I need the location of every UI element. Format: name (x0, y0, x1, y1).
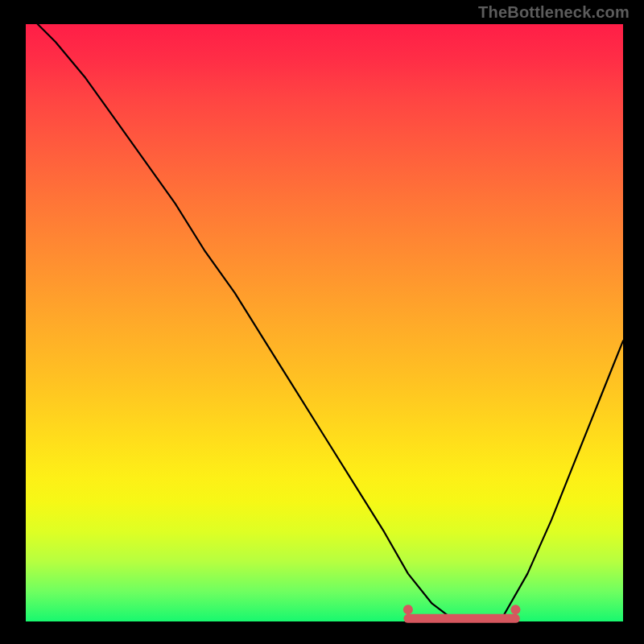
chart-stage: TheBottleneck.com (0, 0, 644, 644)
bottleneck-curve (38, 24, 623, 621)
plot-area (26, 24, 623, 621)
watermark-text: TheBottleneck.com (478, 3, 630, 22)
highlight-dot-right (510, 605, 520, 614)
highlight-dot-left (403, 605, 413, 614)
plot-svg (26, 24, 623, 621)
